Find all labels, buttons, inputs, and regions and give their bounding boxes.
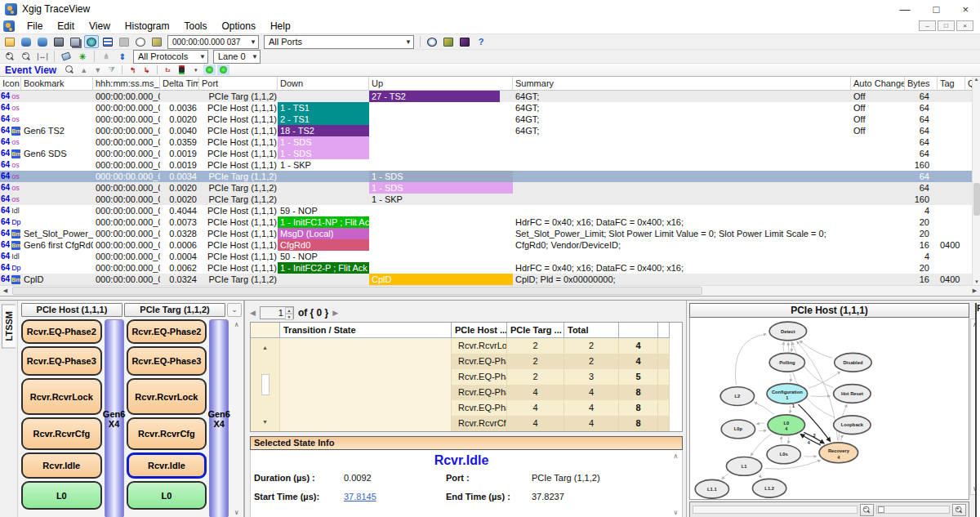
event-table-hscrollbar[interactable]: ◀ ▶ [0, 285, 980, 296]
scroll-up-icon[interactable]: ▲ [262, 340, 268, 355]
state-node-l0[interactable]: L04 [768, 415, 804, 435]
state-node-l11[interactable]: L1.1 [695, 479, 728, 498]
ltssm-state-targ[interactable]: L0 [127, 481, 207, 510]
table-row[interactable]: 64os000:00:00.000_0370.0359PCIe Host (1,… [0, 136, 980, 148]
ltssm-scrollbar[interactable]: ∧∨ [231, 319, 242, 517]
state-node-detect[interactable]: Detect [769, 322, 806, 341]
jump-forward-icon[interactable]: ↳ [140, 65, 153, 75]
table-row[interactable]: 64os000:00:00.000_037PCIe Targ (1,1,2)27… [0, 91, 980, 102]
lane-combo[interactable]: Lane 0▼ [213, 50, 261, 64]
maximize-button[interactable]: □ [933, 3, 940, 16]
tab-ltssm[interactable]: LTSSM [2, 304, 16, 348]
menu-edit[interactable]: Edit [50, 20, 82, 33]
state-node-disabled[interactable]: Disabled [835, 353, 871, 372]
ltssm-state-host[interactable]: Rcvr.RcvrLock [21, 378, 102, 415]
time-position-combo[interactable]: 000:00:00.000 037▼ [167, 35, 259, 49]
ltssm-state-host[interactable]: Rcvr.EQ-Phase2 [21, 319, 102, 344]
diagram-zoom-slider[interactable] [876, 506, 950, 514]
column-header[interactable]: Bookmark [21, 77, 93, 90]
event-table-vscrollbar[interactable]: ▲▼ [972, 77, 980, 285]
table-row[interactable]: 64os000:00:00.000_0370.0020PCIe Targ (1,… [0, 194, 980, 205]
column-header[interactable]: hhh:mm:ss.ms_us [93, 77, 160, 90]
state-node-l0p[interactable]: L0p [721, 420, 755, 439]
column-header[interactable]: Bytes [905, 77, 938, 90]
column-header[interactable]: Up [369, 77, 513, 90]
state-node-loopback[interactable]: Loopback [834, 416, 871, 435]
transition-column-header[interactable]: PCIe Host ... [452, 323, 507, 338]
diagram-zoom-in-button[interactable]: + [952, 504, 966, 516]
state-node-l1[interactable]: L1 [726, 457, 761, 476]
ltssm-dropdown-icon[interactable]: ⌄ [227, 303, 242, 317]
table-row[interactable]: 64os000:00:00.000_0370.0020PCIe Host (1,… [0, 114, 980, 125]
column-header[interactable]: Delta Time [160, 77, 199, 90]
column-header[interactable]: Summary [513, 77, 851, 90]
open-file-icon[interactable] [2, 35, 17, 48]
mdi-close-button[interactable]: × [956, 20, 973, 31]
capture-view-icon[interactable] [84, 35, 99, 48]
ltssm-state-host[interactable]: L0 [21, 481, 102, 510]
start-time-link[interactable]: 37.8145 [344, 492, 446, 501]
state-node-hotreset[interactable]: Hot Reset [834, 385, 871, 403]
scroll-right-icon[interactable]: ▶ [969, 287, 980, 294]
diagram-zoom-out-button[interactable]: − [860, 504, 874, 516]
next-event-icon[interactable]: ▼ [91, 65, 104, 75]
go-signal-2-icon[interactable] [217, 65, 229, 75]
fit-width-icon[interactable]: |↔| [35, 50, 50, 63]
pager-spinner[interactable]: 1 ▲▼ [260, 306, 294, 319]
transition-scrollbar[interactable]: ▲▼ [251, 338, 280, 431]
ltssm-state-targ[interactable]: Rcvr.Idle [127, 452, 207, 479]
transition-column-header[interactable] [619, 323, 658, 338]
filter-icon[interactable]: ⧩ [105, 65, 118, 75]
spin-down-icon[interactable]: ▼ [285, 314, 293, 320]
table-row[interactable]: 64BmCplD000:00:00.000_0380.0324PCIe Targ… [0, 274, 980, 285]
scroll-down-icon[interactable]: ▼ [262, 414, 268, 430]
save-all-icon[interactable] [68, 35, 82, 48]
grid-view-icon[interactable] [100, 35, 115, 48]
column-header[interactable]: Port [199, 77, 278, 90]
traffic-dropdown-icon[interactable]: ▾ [189, 65, 202, 75]
table-row[interactable]: 64os000:00:00.000_0370.0020PCIe Targ (1,… [0, 182, 980, 194]
transition-column-header[interactable]: Total [564, 323, 619, 338]
column-header[interactable]: Icon [0, 77, 21, 90]
table-row[interactable]: 64BmGen6 TS2000:00:00.000_0370.0040PCIe … [0, 125, 980, 136]
ltssm-state-targ[interactable]: Rcvr.EQ-Phase3 [127, 346, 207, 376]
ltssm-state-host[interactable]: Rcvr.Idle [21, 452, 102, 479]
diagram-title[interactable]: PCIe Host (1,1,1) [689, 303, 969, 318]
column-header[interactable]: Tag [938, 77, 965, 90]
ltssm-state-targ[interactable]: Rcvr.RcvrLock [127, 378, 207, 415]
import-trace-icon[interactable] [35, 35, 50, 48]
expert-analysis-icon[interactable] [441, 35, 456, 48]
ltssm-state-host[interactable]: Rcvr.EQ-Phase3 [21, 346, 102, 376]
go-signal-1-icon[interactable] [203, 65, 216, 75]
mdi-restore-button[interactable]: □ [938, 20, 955, 31]
state-node-l12[interactable]: L1.2 [752, 479, 786, 497]
table-row[interactable]: 64os000:00:00.000_0370.0036PCIe Host (1,… [0, 102, 980, 114]
close-button[interactable]: × [962, 3, 969, 16]
ports-combo[interactable]: All Ports▼ [264, 35, 414, 49]
zoom-in-icon[interactable]: + [2, 50, 17, 63]
transition-column-header[interactable]: Transition / State [280, 323, 452, 338]
jump-back-icon[interactable]: ↰ [127, 65, 139, 75]
report-icon[interactable] [149, 35, 164, 48]
pager-next-icon[interactable]: ▶ [332, 309, 338, 317]
table-row[interactable]: 64Dp000:00:00.000_0380.0073PCIe Host (1,… [0, 216, 980, 228]
table-row[interactable]: 64Idl000:00:00.000_0380.0004PCIe Host (1… [0, 251, 980, 262]
zoom-out-icon[interactable]: − [19, 50, 33, 63]
pager-prev-icon[interactable]: ◀ [250, 309, 256, 317]
table-row[interactable]: 64BmSet_Slot_Power_Limit000:00:00.000_03… [0, 228, 980, 239]
ltssm-state-targ[interactable]: Rcvr.RcvrCfg [127, 417, 207, 450]
table-row[interactable]: 64BmGen6 SDS000:00:00.000_0370.0019PCIe … [0, 148, 980, 159]
state-node-recovery[interactable]: Recovery4 [819, 443, 858, 463]
traffic-light-icon[interactable] [176, 65, 188, 75]
ltssm-state-diagram[interactable]: DetectPollingDisabledConfiguration1Hot R… [689, 318, 969, 500]
export-trace-icon[interactable] [19, 35, 33, 48]
column-header[interactable]: Down [278, 77, 369, 90]
state-node-polling[interactable]: Polling [769, 353, 804, 372]
menu-histogram[interactable]: Histogram [118, 20, 177, 33]
column-header[interactable]: Auto Change [851, 77, 905, 90]
diagram-hscrollbar[interactable] [693, 506, 858, 514]
table-row[interactable]: 64os000:00:00.000_0370.0034PCIe Targ (1,… [0, 171, 980, 182]
protocols-combo[interactable]: All Protocols▼ [133, 50, 208, 64]
menu-help[interactable]: Help [263, 20, 298, 33]
find-event-icon[interactable] [64, 65, 76, 75]
